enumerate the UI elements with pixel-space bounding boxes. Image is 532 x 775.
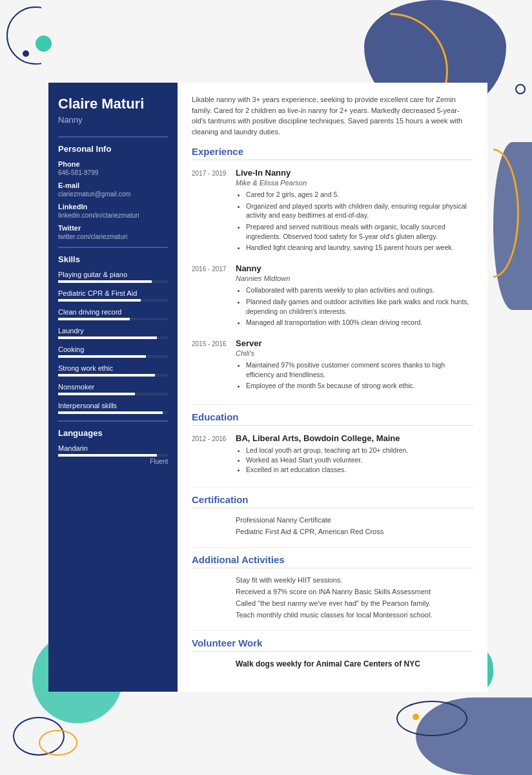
skill-bar-bg [58,374,168,377]
certification-section: Certification Professional Nanny Certifi… [192,494,473,535]
personal-info-heading: Personal Info [58,136,168,154]
skill-bar-fill [58,374,155,377]
twitter-value: twitter.com/clariezmaturi [58,233,168,240]
deco-circle-outline-top [515,84,526,94]
divider-4 [192,630,473,631]
deco-bottom-right-outline [396,701,467,736]
bullet: Worked as Head Start youth volunteer. [246,456,473,464]
candidate-name: Claire Maturi [58,96,168,112]
bullet: Collaborated with parents weekly to plan… [246,285,473,295]
certification-list: Professional Nanny Certificate Pediatric… [192,516,473,535]
deco-teal-blob [36,36,52,52]
cert-spacer [192,516,230,524]
activity-item: Teach monthly child music classes for lo… [192,611,473,619]
experience-item: 2015 - 2016 Server Chili's Maintained 97… [192,338,473,393]
language-bar-bg [58,454,168,457]
skill-name: Laundry [58,327,168,335]
act-spacer [192,599,230,607]
activities-section: Additional Activities Stay fit with week… [192,554,473,619]
exp-details: Server Chili's Maintained 97% positive c… [230,338,473,393]
edu-bullets: Led local youth art group, teaching art … [236,446,473,473]
summary-text: Likable nanny with 3+ years experience, … [192,94,473,137]
exp-date: 2015 - 2016 [192,338,230,393]
deco-bottom-right-dot [413,714,419,720]
skill-bar-bg [58,336,168,339]
bullet: Prepared and served nutritious meals wit… [246,222,473,241]
skill-name: Nonsmoker [58,383,168,391]
exp-company: Chili's [236,349,473,357]
cert-item: Pediatric First Aid & CPR, American Red … [192,528,473,535]
experience-list: 2017 - 2019 Live-In Nanny Mike & Elissa … [192,168,473,393]
resume-container: Claire Maturi Nanny Personal Info Phone … [48,83,487,692]
skill-bar-fill [58,355,146,358]
bullet: Led local youth art group, teaching art … [246,446,473,454]
act-spacer [192,576,230,584]
phone-value: 646-581-9799 [58,169,168,176]
skill-bar-fill [58,393,135,395]
skill-bar-bg [58,280,168,283]
skill-item: Strong work ethic [58,364,168,377]
bullet: Employee of the month 5x because of stro… [246,381,473,391]
activity-text: Teach monthly child music classes for lo… [230,611,432,619]
edu-degree: BA, Liberal Arts, Bowdoin College, Maine [236,433,473,443]
cert-text: Professional Nanny Certificate [230,516,331,524]
experience-item: 2017 - 2019 Live-In Nanny Mike & Elissa … [192,168,473,254]
cert-item: Professional Nanny Certificate [192,516,473,524]
languages-heading: Languages [58,420,168,438]
volunteer-item: Walk dogs weekly for Animal Care Centers… [192,659,473,668]
exp-date: 2017 - 2019 [192,168,230,254]
bullet: Maintained 97% positive customer comment… [246,360,473,379]
skill-item: Nonsmoker [58,383,168,395]
skill-bar-bg [58,355,168,358]
exp-bullets: Maintained 97% positive customer comment… [236,360,473,391]
activities-heading: Additional Activities [192,554,473,568]
language-name: Mandarin [58,444,168,452]
skill-name: Interpersonal skills [58,402,168,409]
deco-bottom-orange-arc [39,730,77,756]
cert-text: Pediatric First Aid & CPR, American Red … [230,528,384,535]
deco-top-left-arc [6,6,65,65]
skill-bar-fill [58,318,130,320]
skill-item: Playing guitar & piano [58,271,168,283]
exp-company: Nannies Midtown [236,274,473,282]
candidate-title: Nanny [58,115,168,125]
sidebar: Claire Maturi Nanny Personal Info Phone … [48,83,178,692]
skill-bar-bg [58,393,168,395]
exp-details: Live-In Nanny Mike & Elissa Pearson Care… [230,168,473,254]
activity-text: Called "the best nanny we've ever had" b… [230,599,431,607]
skill-bar-fill [58,411,163,414]
vol-spacer [192,659,230,668]
skill-item: Cooking [58,346,168,358]
exp-details: Nanny Nannies Midtown Collaborated with … [230,264,473,329]
experience-section: Experience 2017 - 2019 Live-In Nanny Mik… [192,146,473,393]
skill-bar-bg [58,318,168,320]
activity-text: Stay fit with weekly HIIT sessions. [230,576,342,584]
education-section: Education 2012 - 2016 BA, Liberal Arts, … [192,411,473,475]
activity-item: Received a 97% score on INA Nanny Basic … [192,588,473,595]
divider-1 [192,404,473,405]
exp-company: Mike & Elissa Pearson [236,179,473,187]
volunteer-text: Walk dogs weekly for Animal Care Centers… [230,659,420,668]
volunteer-section: Volunteer Work Walk dogs weekly for Anim… [192,637,473,668]
experience-item: 2016 - 2017 Nanny Nannies Midtown Collab… [192,264,473,329]
experience-heading: Experience [192,146,473,160]
divider-3 [192,547,473,548]
skill-bar-fill [58,280,152,283]
exp-bullets: Collaborated with parents weekly to plan… [236,285,473,327]
skill-name: Pediatric CPR & First Aid [58,289,168,297]
skill-item: Clean driving record [58,308,168,320]
bullet: Handled light cleaning and laundry, savi… [246,243,473,253]
bullet: Excelled in art education classes. [246,466,473,473]
skill-bar-fill [58,336,157,339]
skill-item: Pediatric CPR & First Aid [58,289,168,302]
bullet: Organized and played sports with childre… [246,202,473,220]
education-heading: Education [192,411,473,426]
language-level: Fluent [58,458,168,465]
cert-spacer [192,528,230,535]
skill-item: Laundry [58,327,168,339]
skill-bar-fill [58,299,141,302]
skill-bar-bg [58,299,168,302]
bullet: Managed all transportation with 100% cle… [246,318,473,327]
skills-heading: Skills [58,247,168,264]
linkedin-label: LinkedIn [58,203,168,211]
